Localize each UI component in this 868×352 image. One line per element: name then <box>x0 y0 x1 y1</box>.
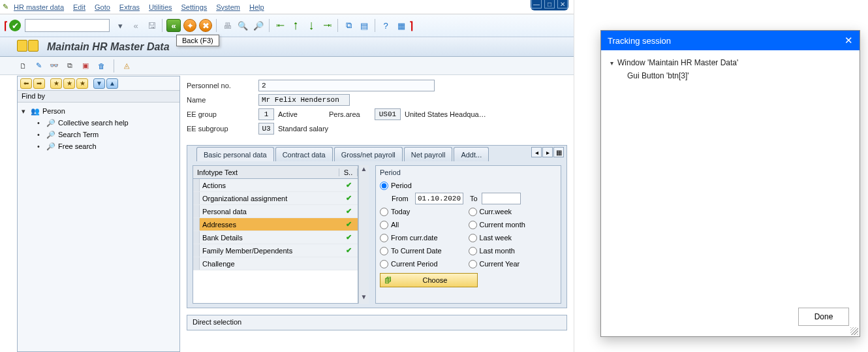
find-button[interactable]: 🔍 <box>236 19 249 32</box>
to-input[interactable] <box>482 193 521 204</box>
command-icon[interactable]: ✎ <box>3 3 8 11</box>
radio-input[interactable] <box>469 221 477 229</box>
radio-input[interactable] <box>469 247 477 255</box>
infotype-row[interactable]: Challenge <box>193 257 358 270</box>
enter-button[interactable]: ✔ <box>9 20 21 31</box>
nav-fav1-button[interactable]: ★ <box>50 78 62 89</box>
exit-button[interactable]: ✦ <box>183 19 196 32</box>
tab-net-payroll[interactable]: Net payroll <box>404 147 453 161</box>
prev-page-button[interactable]: ⭡ <box>289 19 302 32</box>
done-button[interactable]: Done <box>798 308 849 326</box>
infotype-row[interactable]: Bank Details✔ <box>193 231 358 244</box>
layout-button[interactable]: ▤ <box>358 19 371 32</box>
delimit-button[interactable]: ▣ <box>80 60 91 72</box>
nav-collapse-button[interactable]: ▲ <box>106 78 118 89</box>
tab-gross-net-payroll[interactable]: Gross/net payroll <box>334 147 403 161</box>
radio-curr-year[interactable]: Current Year <box>469 257 557 270</box>
copy-button[interactable]: ⧉ <box>64 60 76 72</box>
scroll-up-icon[interactable]: ▲ <box>361 165 367 176</box>
nav-expand-button[interactable]: ▼ <box>93 78 105 89</box>
radio-input[interactable] <box>469 234 477 242</box>
radio-today[interactable]: Today <box>380 205 469 218</box>
from-input[interactable] <box>415 193 463 204</box>
tab-contract-data[interactable]: Contract data <box>275 147 333 161</box>
menu-extras[interactable]: Extras <box>119 3 140 11</box>
radio-from-curr[interactable]: From curr.date <box>380 231 469 244</box>
tree-node-person[interactable]: ▾👥Person <box>22 105 176 117</box>
infotype-row[interactable]: Addresses✔ <box>193 218 358 231</box>
create-button[interactable]: 🗋 <box>17 60 29 72</box>
choose-button[interactable]: 🗐 Choose <box>380 273 478 287</box>
history-back-icon[interactable]: « <box>129 19 142 32</box>
radio-all[interactable]: All <box>380 218 469 231</box>
menu-edit[interactable]: Edit <box>73 3 85 11</box>
radio-curr-week[interactable]: Curr.week <box>469 205 557 218</box>
tracking-node-window[interactable]: ▾ Window 'Maintain HR Master Data' <box>610 58 850 67</box>
radio-input[interactable] <box>469 260 477 268</box>
tree-node-free-search[interactable]: •🔎Free search <box>22 140 176 152</box>
radio-last-month[interactable]: Last month <box>469 244 557 257</box>
resize-handle[interactable] <box>850 327 858 335</box>
radio-last-week[interactable]: Last week <box>469 231 557 244</box>
infotype-row[interactable]: Personal data✔ <box>193 205 358 218</box>
radio-input[interactable] <box>380 247 388 255</box>
tree-node-search-term[interactable]: •🔎Search Term <box>22 129 176 140</box>
tab-list-button[interactable]: ▦ <box>553 147 564 157</box>
minimize-button[interactable]: — <box>531 0 542 8</box>
radio-period[interactable]: Period <box>380 179 557 192</box>
radio-curr-month[interactable]: Current month <box>469 218 557 231</box>
menu-goto[interactable]: Goto <box>95 3 110 11</box>
new-session-button[interactable]: ⧉ <box>342 19 355 32</box>
delete-button[interactable]: 🗑 <box>95 60 107 72</box>
tab-basic-personal-data[interactable]: Basic personal data <box>196 147 274 161</box>
infotype-scrollbar[interactable]: ▲ ▼ <box>358 165 369 304</box>
radio-input[interactable] <box>469 208 477 216</box>
nav-right-button[interactable]: ➡ <box>33 78 45 89</box>
infotype-col-text[interactable]: Infotype Text <box>193 168 339 176</box>
command-field[interactable] <box>25 19 110 32</box>
infotype-row[interactable]: Family Member/Dependents✔ <box>193 244 358 257</box>
pernr-input[interactable]: 2 <box>258 80 435 91</box>
customize-button[interactable]: ▦ <box>395 19 408 32</box>
radio-to-curr[interactable]: To Current Date <box>380 244 469 257</box>
find-next-button[interactable]: 🔎 <box>252 19 265 32</box>
help-button[interactable]: ? <box>379 19 392 32</box>
radio-input[interactable] <box>380 260 388 268</box>
nav-fav3-button[interactable]: ★ <box>76 78 88 89</box>
tracking-node-item[interactable]: Gui Button 'btn[3]' <box>610 71 850 80</box>
cancel-button[interactable]: ✖ <box>199 19 212 32</box>
radio-curr-period[interactable]: Current Period <box>380 257 469 270</box>
next-page-button[interactable]: ⭣ <box>305 19 318 32</box>
tracking-close-button[interactable]: ✕ <box>845 35 853 46</box>
infotype-row[interactable]: Actions✔ <box>193 179 358 192</box>
tab-scroll-right[interactable]: ▸ <box>542 147 553 157</box>
overview-button[interactable]: ◬ <box>121 60 132 72</box>
close-button[interactable]: ✕ <box>557 0 568 8</box>
menu-utilities[interactable]: Utilities <box>149 3 172 11</box>
back-button[interactable]: « <box>166 19 181 32</box>
print-button[interactable]: 🖶 <box>221 19 234 32</box>
menu-help[interactable]: Help <box>249 3 264 11</box>
radio-input[interactable] <box>380 208 388 216</box>
tab-additional[interactable]: Addt... <box>454 147 489 161</box>
radio-input[interactable] <box>380 221 388 229</box>
last-page-button[interactable]: ⭲ <box>320 19 333 32</box>
radio-period-input[interactable] <box>380 182 388 190</box>
menu-settings[interactable]: Settings <box>181 3 208 11</box>
nav-left-button[interactable]: ⬅ <box>20 78 32 89</box>
infotype-row[interactable]: Organizational assignment✔ <box>193 192 358 205</box>
scroll-down-icon[interactable]: ▼ <box>361 293 367 304</box>
save-button[interactable]: 🖫 <box>145 19 158 32</box>
infotype-col-status[interactable]: S.. <box>339 168 358 176</box>
tree-node-collective-search[interactable]: •🔎Collective search help <box>22 117 176 129</box>
menu-hr-master-data[interactable]: HR master data <box>14 3 64 11</box>
nav-fav2-button[interactable]: ★ <box>63 78 75 89</box>
menu-system[interactable]: System <box>216 3 240 11</box>
display-button[interactable]: 👓 <box>48 60 60 72</box>
change-button[interactable]: ✎ <box>33 60 44 72</box>
dropdown-icon[interactable]: ▾ <box>114 19 127 32</box>
radio-input[interactable] <box>380 234 388 242</box>
tab-scroll-left[interactable]: ◂ <box>531 147 542 157</box>
first-page-button[interactable]: ⭰ <box>273 19 287 32</box>
maximize-button[interactable]: □ <box>544 0 555 8</box>
